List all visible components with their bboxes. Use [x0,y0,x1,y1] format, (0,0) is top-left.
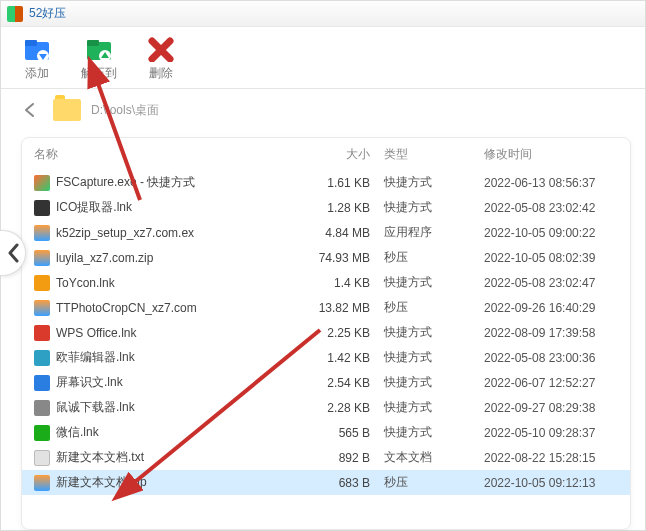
file-name-cell: TTPhotoCropCN_xz7.com [34,300,284,316]
file-size: 565 B [284,426,384,440]
extract-icon [83,35,115,63]
oufei-icon [34,350,50,366]
file-row[interactable]: ICO提取器.lnk1.28 KB快捷方式2022-05-08 23:02:42 [22,195,630,220]
file-row[interactable]: ToYcon.lnk1.4 KB快捷方式2022-05-08 23:02:47 [22,270,630,295]
file-date: 2022-05-08 23:02:42 [484,201,618,215]
file-type: 快捷方式 [384,424,484,441]
file-name: 新建文本文档.zip [56,474,147,491]
file-size: 1.4 KB [284,276,384,290]
file-row[interactable]: WPS Office.lnk2.25 KB快捷方式2022-08-09 17:3… [22,320,630,345]
zip-icon [34,250,50,266]
toolbar: 添加 解压到 删除 [1,27,645,89]
file-type: 应用程序 [384,224,484,241]
app-window: 52好压 添加 解压到 删除 D:\tools\桌面 [0,0,646,531]
file-row[interactable]: 微信.lnk565 B快捷方式2022-05-10 09:28:37 [22,420,630,445]
file-name: 鼠诚下载器.lnk [56,399,135,416]
file-date: 2022-05-10 09:28:37 [484,426,618,440]
file-name-cell: k52zip_setup_xz7.com.ex [34,225,284,241]
file-date: 2022-06-13 08:56:37 [484,176,618,190]
title-bar: 52好压 [1,1,645,27]
wps-icon [34,325,50,341]
file-date: 2022-10-05 09:00:22 [484,226,618,240]
col-name[interactable]: 名称 [34,146,284,163]
file-size: 1.61 KB [284,176,384,190]
add-label: 添加 [25,65,49,82]
svg-rect-4 [87,40,99,46]
col-date[interactable]: 修改时间 [484,146,618,163]
file-size: 13.82 MB [284,301,384,315]
back-button[interactable] [17,97,43,123]
content-area: 名称 大小 类型 修改时间 FSCapture.exe - 快捷方式1.61 K… [1,131,645,530]
file-type: 快捷方式 [384,399,484,416]
nav-bar: D:\tools\桌面 [1,89,645,131]
file-row[interactable]: 屏幕识文.lnk2.54 KB快捷方式2022-06-07 12:52:27 [22,370,630,395]
file-type: 快捷方式 [384,174,484,191]
file-name: FSCapture.exe - 快捷方式 [56,174,195,191]
file-name: TTPhotoCropCN_xz7.com [56,301,197,315]
file-row[interactable]: FSCapture.exe - 快捷方式1.61 KB快捷方式2022-06-1… [22,170,630,195]
file-row[interactable]: luyila_xz7.com.zip74.93 MB秒压2022-10-05 0… [22,245,630,270]
zip-icon [34,300,50,316]
toycon-icon [34,275,50,291]
file-row[interactable]: 欧菲编辑器.lnk1.42 KB快捷方式2022-05-08 23:00:36 [22,345,630,370]
ico-icon [34,200,50,216]
file-name-cell: 新建文本文档.txt [34,449,284,466]
zip-icon [34,475,50,491]
file-row[interactable]: 新建文本文档.txt892 B文本文档2022-08-22 15:28:15 [22,445,630,470]
wechat-icon [34,425,50,441]
file-name: 新建文本文档.txt [56,449,144,466]
file-row[interactable]: k52zip_setup_xz7.com.ex4.84 MB应用程序2022-1… [22,220,630,245]
file-name-cell: 鼠诚下载器.lnk [34,399,284,416]
file-name: WPS Office.lnk [56,326,136,340]
file-date: 2022-06-07 12:52:27 [484,376,618,390]
file-size: 74.93 MB [284,251,384,265]
path-text: D:\tools\桌面 [91,102,159,119]
file-size: 683 B [284,476,384,490]
file-name: k52zip_setup_xz7.com.ex [56,226,194,240]
file-size: 2.25 KB [284,326,384,340]
file-name: 屏幕识文.lnk [56,374,123,391]
file-date: 2022-09-26 16:40:29 [484,301,618,315]
folder-icon [53,99,81,121]
file-date: 2022-09-27 08:29:38 [484,401,618,415]
file-type: 秒压 [384,299,484,316]
file-size: 2.54 KB [284,376,384,390]
file-name-cell: luyila_xz7.com.zip [34,250,284,266]
file-size: 892 B [284,451,384,465]
window-title: 52好压 [29,5,66,22]
delete-icon [145,35,177,63]
file-size: 1.28 KB [284,201,384,215]
file-date: 2022-08-09 17:39:58 [484,326,618,340]
file-date: 2022-10-05 09:12:13 [484,476,618,490]
file-card: 名称 大小 类型 修改时间 FSCapture.exe - 快捷方式1.61 K… [21,137,631,530]
file-row[interactable]: 鼠诚下载器.lnk2.28 KB快捷方式2022-09-27 08:29:38 [22,395,630,420]
file-size: 2.28 KB [284,401,384,415]
add-button[interactable]: 添加 [17,35,57,82]
file-name-cell: ICO提取器.lnk [34,199,284,216]
file-size: 1.42 KB [284,351,384,365]
file-row[interactable]: 新建文本文档.zip683 B秒压2022-10-05 09:12:13 [22,470,630,495]
file-name-cell: WPS Office.lnk [34,325,284,341]
file-date: 2022-10-05 08:02:39 [484,251,618,265]
file-name-cell: 微信.lnk [34,424,284,441]
file-type: 文本文档 [384,449,484,466]
txt-icon [34,450,50,466]
file-name: luyila_xz7.com.zip [56,251,153,265]
file-name-cell: 屏幕识文.lnk [34,374,284,391]
file-date: 2022-05-08 23:00:36 [484,351,618,365]
delete-button[interactable]: 删除 [141,35,181,82]
file-row[interactable]: TTPhotoCropCN_xz7.com13.82 MB秒压2022-09-2… [22,295,630,320]
file-list: FSCapture.exe - 快捷方式1.61 KB快捷方式2022-06-1… [22,170,630,495]
file-type: 快捷方式 [384,274,484,291]
extract-label: 解压到 [81,65,117,82]
file-type: 秒压 [384,474,484,491]
app-icon [7,6,23,22]
file-type: 快捷方式 [384,324,484,341]
column-headers: 名称 大小 类型 修改时间 [22,138,630,170]
file-date: 2022-05-08 23:02:47 [484,276,618,290]
col-type[interactable]: 类型 [384,146,484,163]
col-size[interactable]: 大小 [284,146,384,163]
file-name-cell: 欧菲编辑器.lnk [34,349,284,366]
extract-button[interactable]: 解压到 [79,35,119,82]
file-type: 快捷方式 [384,374,484,391]
